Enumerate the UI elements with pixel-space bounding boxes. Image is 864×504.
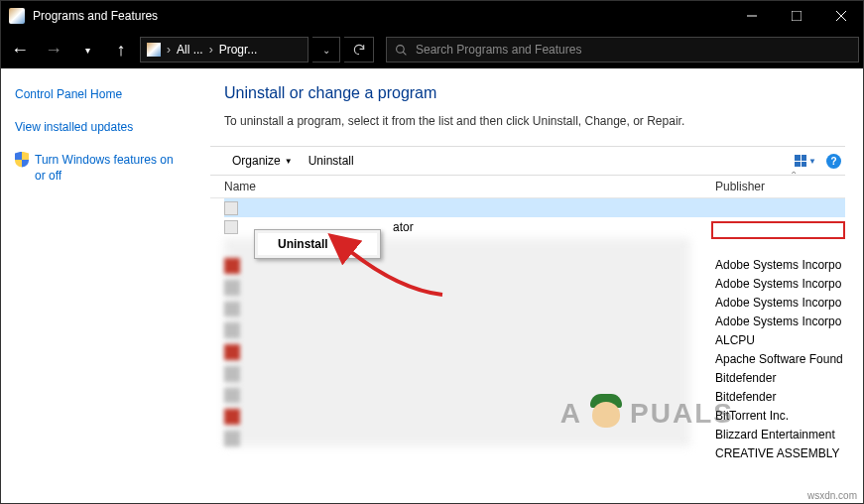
chevron-down-icon: ▼ bbox=[808, 157, 816, 166]
titlebar: Programs and Features bbox=[1, 1, 863, 31]
publisher-cell: Bitdefender bbox=[715, 371, 845, 385]
context-menu: Uninstall bbox=[254, 229, 381, 259]
blurred-icons bbox=[224, 258, 244, 446]
chevron-down-icon: ▼ bbox=[285, 157, 293, 166]
sidebar: Control Panel Home View installed update… bbox=[1, 68, 194, 503]
maximize-button[interactable] bbox=[774, 1, 818, 31]
programs-features-icon bbox=[9, 8, 25, 24]
list-toolbar: Organize▼ Uninstall ▼ ? bbox=[210, 146, 845, 176]
page-heading: Uninstall or change a program bbox=[224, 84, 845, 102]
column-name[interactable]: Name bbox=[224, 176, 715, 197]
publisher-cell: ALCPU bbox=[715, 333, 845, 347]
navbar: ← → ▾ ↑ › All ... › Progr... ⌄ Search Pr… bbox=[1, 31, 863, 68]
window-title: Programs and Features bbox=[33, 9, 729, 23]
publisher-cell: BitTorrent Inc. bbox=[715, 409, 845, 423]
page-subtitle: To uninstall a program, select it from t… bbox=[224, 114, 845, 128]
chevron-right-icon: › bbox=[167, 43, 171, 57]
publisher-cell: Blizzard Entertainment bbox=[715, 428, 845, 441]
forward-button[interactable]: → bbox=[39, 35, 68, 64]
column-header-row: Name Publisher ⌃ bbox=[210, 176, 845, 198]
address-history-button[interactable]: ⌄ bbox=[312, 37, 340, 63]
view-installed-updates-link[interactable]: View installed updates bbox=[15, 119, 181, 136]
table-row[interactable] bbox=[224, 198, 845, 217]
close-button[interactable] bbox=[818, 1, 863, 31]
view-options-button[interactable]: ▼ bbox=[795, 155, 816, 167]
refresh-button[interactable] bbox=[344, 37, 374, 63]
windows-features-link[interactable]: Turn Windows features on or off bbox=[35, 152, 181, 186]
back-button[interactable]: ← bbox=[5, 35, 35, 64]
publisher-cell: Adobe Systems Incorpo bbox=[715, 296, 845, 310]
program-icon bbox=[224, 201, 238, 215]
row-trailing-text: ator bbox=[393, 220, 414, 234]
minimize-button[interactable] bbox=[729, 1, 774, 31]
chevron-right-icon: › bbox=[209, 43, 213, 57]
publisher-cell: Apache Software Found bbox=[715, 352, 845, 366]
location-icon bbox=[147, 43, 161, 57]
help-button[interactable]: ? bbox=[826, 154, 841, 169]
sort-indicator-icon: ⌃ bbox=[790, 170, 798, 181]
control-panel-home-link[interactable]: Control Panel Home bbox=[15, 86, 181, 103]
publisher-cell: Adobe Systems Incorpo bbox=[715, 277, 845, 291]
search-box[interactable]: Search Programs and Features bbox=[386, 37, 859, 63]
svg-point-4 bbox=[397, 45, 405, 53]
main-panel: Uninstall or change a program To uninsta… bbox=[194, 68, 863, 503]
crumb-programs[interactable]: Progr... bbox=[219, 43, 258, 57]
search-placeholder: Search Programs and Features bbox=[416, 43, 581, 57]
address-bar[interactable]: › All ... › Progr... bbox=[140, 37, 309, 63]
content: Control Panel Home View installed update… bbox=[1, 68, 863, 503]
svg-line-5 bbox=[403, 52, 406, 55]
up-button[interactable]: ↑ bbox=[106, 35, 136, 64]
svg-rect-1 bbox=[792, 11, 802, 21]
cartoon-icon bbox=[586, 394, 626, 434]
publisher-cell: Adobe Systems Incorpo bbox=[715, 258, 845, 272]
shield-icon bbox=[15, 152, 29, 168]
context-uninstall[interactable]: Uninstall bbox=[258, 233, 377, 255]
organize-button[interactable]: Organize▼ bbox=[224, 151, 301, 171]
crumb-all[interactable]: All ... bbox=[177, 43, 203, 57]
uninstall-button[interactable]: Uninstall bbox=[301, 151, 362, 171]
watermark: A PUALS bbox=[560, 394, 734, 434]
publisher-cell: Adobe Systems Incorpo bbox=[715, 315, 845, 328]
footer-watermark: wsxdn.com bbox=[807, 490, 857, 501]
publisher-cell: CREATIVE ASSEMBLY bbox=[715, 446, 845, 460]
recent-chevron[interactable]: ▾ bbox=[72, 35, 102, 64]
publisher-cell: Bitdefender bbox=[715, 390, 845, 404]
search-icon bbox=[395, 44, 408, 57]
column-publisher[interactable]: Publisher bbox=[715, 176, 845, 197]
program-icon bbox=[224, 220, 238, 234]
